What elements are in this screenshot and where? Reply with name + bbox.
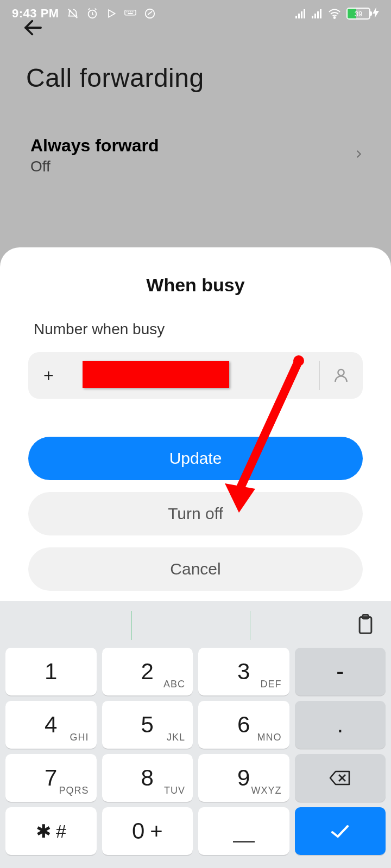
charging-icon (373, 7, 379, 21)
key-backspace[interactable] (295, 754, 386, 802)
key-0[interactable]: 0+ (102, 807, 193, 855)
key-1[interactable]: 1 (5, 648, 97, 695)
field-label: Number when busy (28, 321, 363, 338)
svg-rect-17 (312, 16, 313, 18)
pick-contact-button[interactable] (319, 361, 352, 390)
svg-rect-20 (320, 9, 321, 18)
key-7[interactable]: 7PQRS (5, 754, 97, 802)
sheet-title: When busy (28, 275, 363, 296)
key-2[interactable]: 2ABC (102, 648, 193, 695)
alarm-icon (86, 8, 98, 20)
key-3[interactable]: 3DEF (198, 648, 289, 695)
svg-rect-13 (295, 16, 297, 18)
svg-rect-6 (125, 10, 136, 15)
dnd-off-icon (67, 8, 79, 20)
svg-rect-19 (317, 11, 319, 18)
svg-rect-8 (128, 11, 129, 12)
svg-point-23 (338, 369, 344, 375)
redacted-block (83, 361, 229, 388)
input-prefix: + (43, 366, 54, 386)
svg-rect-14 (298, 14, 300, 18)
wifi-icon (328, 8, 341, 19)
status-bar: 9:43 PM 39 (0, 0, 391, 27)
svg-line-3 (88, 9, 90, 10)
play-icon (106, 8, 117, 19)
numeric-keyboard: 1 2ABC 3DEF - 4GHI 5JKL 6MNO . 7PQRS 8TU… (0, 601, 391, 868)
svg-marker-22 (373, 7, 379, 18)
key-9[interactable]: 9WXYZ (198, 754, 289, 802)
battery-icon: 39 (346, 7, 379, 21)
cancel-button[interactable]: Cancel (28, 547, 363, 591)
key-4[interactable]: 4GHI (5, 701, 97, 749)
clipboard-icon[interactable] (356, 614, 375, 637)
svg-line-4 (94, 9, 96, 10)
svg-rect-10 (132, 11, 133, 12)
keyboard-indicator-icon (124, 9, 136, 18)
space-underscore-icon (233, 841, 255, 843)
svg-rect-9 (130, 11, 131, 12)
svg-rect-15 (301, 11, 302, 18)
number-input-wrap[interactable]: + (28, 352, 363, 399)
key-enter[interactable] (295, 807, 386, 855)
svg-rect-7 (126, 11, 127, 12)
svg-rect-16 (304, 9, 305, 18)
turn-off-button[interactable]: Turn off (28, 492, 363, 535)
svg-marker-5 (109, 10, 115, 17)
key-8[interactable]: 8TUV (102, 754, 193, 802)
key-space[interactable] (198, 807, 289, 855)
key-6[interactable]: 6MNO (198, 701, 289, 749)
svg-rect-18 (314, 14, 316, 18)
key-star-hash[interactable]: ✱ # (5, 807, 97, 855)
key-5[interactable]: 5JKL (102, 701, 193, 749)
signal-1-icon (295, 9, 306, 18)
svg-point-21 (334, 17, 336, 18)
key-dash[interactable]: - (295, 648, 386, 695)
update-button[interactable]: Update (28, 437, 363, 480)
status-time: 9:43 PM (12, 7, 59, 21)
key-dot[interactable]: . (295, 701, 386, 749)
svg-rect-11 (128, 13, 133, 14)
signal-2-icon (312, 9, 323, 18)
svg-rect-27 (360, 617, 371, 633)
circle-slash-icon (144, 8, 156, 20)
